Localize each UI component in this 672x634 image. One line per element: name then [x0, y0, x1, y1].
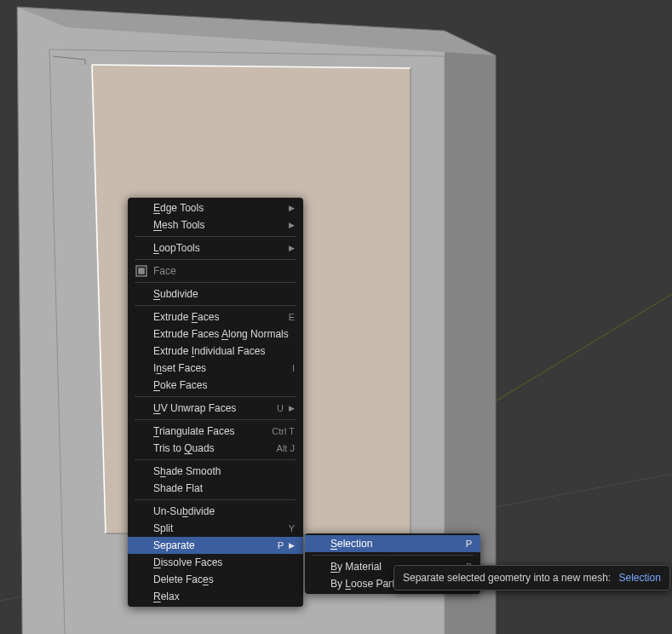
- chevron-right-icon: ▶: [289, 204, 295, 212]
- menu-item-extrude-along-normals[interactable]: Extrude Faces Along Normals: [128, 326, 303, 343]
- menu-separator: [312, 555, 474, 556]
- menu-item-delete-faces[interactable]: Delete Faces: [128, 571, 303, 588]
- menu-separator: [135, 396, 296, 397]
- menu-item-inset-faces[interactable]: Inset Faces I: [128, 360, 303, 377]
- menu-item-edge-tools[interactable]: Edge Tools ▶: [128, 199, 303, 216]
- menu-header-face: Face: [128, 262, 303, 280]
- chevron-right-icon: ▶: [289, 404, 295, 412]
- tooltip-highlight: Selection: [618, 572, 660, 584]
- menu-item-extrude-faces[interactable]: Extrude Faces E: [128, 308, 303, 326]
- menu-separator: [135, 305, 296, 306]
- menu-separator: [135, 236, 296, 237]
- menu-item-looptools[interactable]: LoopTools ▶: [128, 239, 303, 256]
- menu-separator: [135, 419, 296, 420]
- menu-item-extrude-individual[interactable]: Extrude Individual Faces: [128, 343, 303, 360]
- chevron-right-icon: ▶: [289, 221, 295, 229]
- menu-item-mesh-tools[interactable]: Mesh Tools ▶: [128, 216, 303, 233]
- menu-item-shade-flat[interactable]: Shade Flat: [128, 480, 303, 497]
- tooltip: Separate selected geometry into a new me…: [393, 565, 670, 591]
- menu-item-split[interactable]: Split Y: [128, 520, 303, 537]
- menu-item-subdivide[interactable]: Subdivide: [128, 285, 303, 303]
- chevron-right-icon: ▶: [289, 244, 295, 252]
- menu-item-tris-to-quads[interactable]: Tris to Quads Alt J: [128, 440, 303, 457]
- menu-item-dissolve-faces[interactable]: Dissolve Faces: [128, 554, 303, 571]
- menu-separator: [135, 499, 296, 500]
- tooltip-text: Separate selected geometry into a new me…: [403, 572, 611, 584]
- menu-separator: [135, 259, 296, 260]
- menu-item-unsubdivide[interactable]: Un-Subdivide: [128, 503, 303, 520]
- chevron-right-icon: ▶: [289, 541, 295, 550]
- svg-rect-10: [138, 268, 145, 274]
- menu-item-triangulate[interactable]: Triangulate Faces Ctrl T: [128, 423, 303, 440]
- menu-item-uv-unwrap[interactable]: UV Unwrap Faces U ▶: [128, 400, 303, 417]
- menu-item-relax[interactable]: Relax: [128, 588, 303, 605]
- face-context-menu: Edge Tools ▶ Mesh Tools ▶ LoopTools ▶ Fa…: [128, 198, 303, 607]
- face-icon: [135, 264, 148, 278]
- menu-item-poke-faces[interactable]: Poke Faces: [128, 377, 303, 394]
- menu-separator: [135, 459, 296, 460]
- submenu-item-selection[interactable]: Selection P: [305, 535, 480, 552]
- menu-item-shade-smooth[interactable]: Shade Smooth: [128, 463, 303, 480]
- menu-item-separate[interactable]: Separate P ▶: [128, 537, 303, 554]
- menu-separator: [135, 282, 296, 283]
